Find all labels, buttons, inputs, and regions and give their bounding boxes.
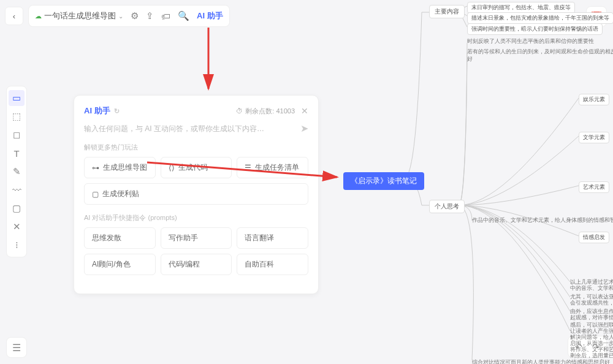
action-tasklist[interactable]: ☰生成任务清单 [237, 157, 308, 178]
action-code[interactable]: ⟨⟩生成代码 [161, 157, 232, 178]
search-icon[interactable]: 🔍 [178, 10, 189, 21]
prompts-grid: 思维发散 写作助手 语言翻译 AI顾问/角色 代码/编程 自助百科 [84, 227, 308, 275]
ai-input[interactable] [84, 124, 295, 133]
export-icon[interactable]: ⇪ [146, 10, 154, 21]
text-t6b: 会引发观感共性，引 [570, 299, 613, 307]
tool-shape[interactable]: ◻ [9, 127, 25, 143]
cloud-icon: ☁ [35, 12, 42, 20]
tool-frame[interactable]: ⬚ [9, 108, 25, 124]
sticky-icon: ▢ [92, 190, 99, 199]
text-t5b: 中的音乐、文学和艺 [570, 284, 613, 292]
back-button[interactable]: ‹ [5, 7, 23, 25]
ai-panel-title: AI 助手 ↻ [84, 105, 120, 116]
topbar-main: ☁ 一句话生成思维导图 ⌄ ⚙ ⇪ 🏷 🔍 AI 助手 [28, 5, 230, 27]
close-button[interactable]: ✕ [301, 106, 308, 116]
node-r1[interactable]: 娱乐元素 [579, 94, 609, 105]
node-r4[interactable]: 情感启发 [579, 232, 609, 243]
node-c2[interactable]: 描述末日景象，包括灾难的景象描绘，千年王国的到来等 [467, 12, 613, 24]
action-mindmap[interactable]: ⊶生成思维导图 [84, 157, 156, 178]
prompt-translate[interactable]: 语言翻译 [237, 227, 308, 249]
ai-input-row: ➤ [84, 123, 308, 134]
hot-actions-label: 解锁更多热门玩法 [84, 143, 308, 152]
ai-panel: AI 助手 ↻ ⏱ 剩余点数: 41003 ✕ ➤ 解锁更多热门玩法 ⊶生成思维… [74, 95, 319, 294]
top-toolbar: ‹ ☁ 一句话生成思维导图 ⌄ ⚙ ⇪ 🏷 🔍 AI 助手 [5, 5, 230, 27]
prompt-role[interactable]: AI顾问/角色 [84, 254, 156, 275]
text-t4: 作品中的音乐、文学和艺术元素，给人身体感到的情感和智 [472, 216, 613, 224]
prompt-diverge[interactable]: 思维发散 [84, 227, 156, 249]
prompt-wiki[interactable]: 自助百科 [237, 254, 308, 275]
ai-assistant-button[interactable]: AI 助手 [197, 10, 223, 21]
tool-text[interactable]: T [9, 145, 25, 161]
send-button[interactable]: ➤ [300, 123, 308, 134]
node-r2[interactable]: 文学元素 [579, 132, 609, 143]
tool-pen[interactable]: ✎ [9, 164, 25, 180]
node-personal-thought[interactable]: 个人思考 [429, 200, 465, 213]
node-r3[interactable]: 艺术元素 [579, 181, 609, 193]
text-t1: 时刻反映了人类不同生态平衡的后果和信仰的重要性 [467, 37, 594, 45]
tag-icon[interactable]: 🏷 [161, 11, 170, 21]
action-sticky[interactable]: ▢生成便利贴 [84, 183, 308, 205]
doc-title[interactable]: ☁ 一句话生成思维导图 ⌄ [35, 10, 123, 21]
doc-title-text: 一句话生成思维导图 [44, 10, 116, 21]
settings-icon[interactable]: ⚙ [131, 10, 139, 21]
mindmap-icon: ⊶ [92, 164, 99, 172]
mindmap-root-node[interactable]: 《启示录》读书笔记 [343, 172, 424, 190]
tool-select[interactable]: ▭ [9, 90, 25, 106]
list-icon: ☰ [245, 164, 251, 172]
node-c3[interactable]: 强调时间的重要性，暗示人们要时刻保持警惕的话语 [467, 23, 603, 35]
refresh-icon[interactable]: ↻ [114, 107, 120, 115]
tool-more[interactable]: ⁝ [9, 237, 25, 253]
clock-icon: ⏱ [236, 107, 243, 115]
chevron-left-icon: ‹ [13, 12, 15, 21]
text-t2: 若有的等候和人的生日的到来，及时间观和生命价值观的相反观是将在读者看 [467, 48, 613, 56]
prompts-label: AI 对话助手快捷指令 (prompts) [84, 213, 308, 222]
code-icon: ⟨⟩ [169, 164, 175, 172]
prompt-coding[interactable]: 代码/编程 [161, 254, 232, 275]
chevron-down-icon: ⌄ [118, 13, 123, 20]
node-main-content[interactable]: 主要内容 [429, 5, 465, 18]
text-t3: 好 [467, 55, 473, 63]
points-remaining: ⏱ 剩余点数: 41003 [236, 107, 295, 116]
tool-mindmap[interactable]: ✕ [9, 219, 25, 235]
prompt-writer[interactable]: 写作助手 [161, 227, 232, 249]
hot-actions-grid: ⊶生成思维导图 ⟨⟩生成代码 ☰生成任务清单 ▢生成便利贴 [84, 157, 308, 205]
tool-connector[interactable]: 〰 [9, 182, 25, 198]
ai-panel-header: AI 助手 ↻ ⏱ 剩余点数: 41003 ✕ [84, 105, 308, 116]
left-sidebar: ▭ ⬚ ◻ T ✎ 〰 ▢ ✕ ⁝ [6, 86, 27, 257]
tool-sticky[interactable]: ▢ [9, 200, 25, 216]
layers-button[interactable]: ☰ [6, 337, 27, 358]
text-t9: 综合对比情况可而且新的人类世事能力的情感和思想启好 [472, 358, 610, 364]
